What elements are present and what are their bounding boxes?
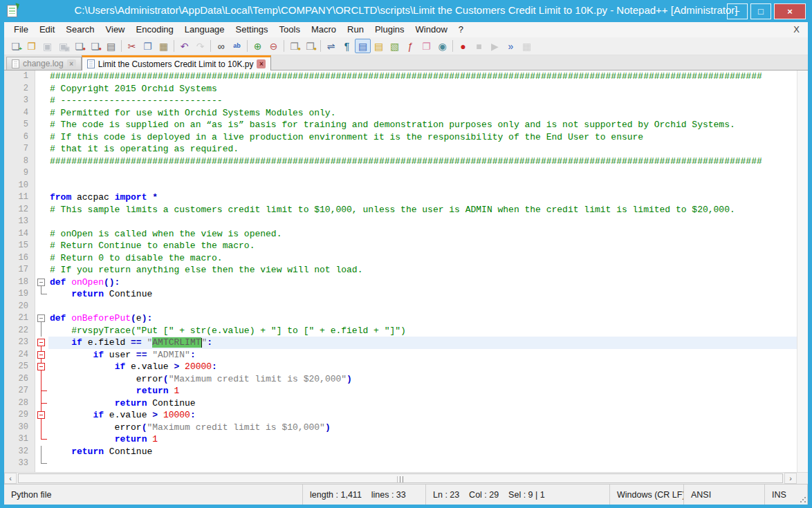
tab-close-icon[interactable]: ×: [257, 59, 266, 68]
code-text[interactable]: # This sample limits a customers credit …: [48, 204, 797, 216]
status-doc-size[interactable]: length : 1,411 lines : 33: [303, 485, 426, 505]
undo-button[interactable]: ↶: [176, 39, 192, 53]
code-text[interactable]: ########################################…: [48, 156, 797, 168]
code-text[interactable]: error("Maximum credit limit is $20,000"): [48, 373, 797, 386]
copy-button[interactable]: ❐: [140, 39, 156, 53]
code-text[interactable]: # If you return anything else then the v…: [48, 264, 797, 276]
menu-help[interactable]: ?: [453, 22, 469, 37]
save-file-button[interactable]: ▣: [39, 39, 55, 53]
sync-vertical-scrolling-button[interactable]: ❐●: [286, 39, 302, 53]
code-text[interactable]: [48, 216, 797, 228]
close-button[interactable]: ×: [774, 3, 806, 19]
code-text[interactable]: # Return Continue to enable the macro.: [48, 240, 797, 252]
tab-limit-the-customers-credit-limit-to-10k-py[interactable]: Limit the Customers Credit Limit to 10K.…: [82, 55, 272, 70]
code-text[interactable]: [48, 167, 797, 180]
tab-close-icon[interactable]: ×: [67, 59, 76, 68]
code-text[interactable]: # The code is supplied on an “as is” bas…: [48, 119, 797, 131]
code-text[interactable]: from accpac import *: [48, 191, 797, 204]
menu-view[interactable]: View: [100, 22, 131, 37]
status-eol-format[interactable]: Windows (CR LF): [610, 485, 684, 505]
save-all-button[interactable]: ▣▣: [55, 39, 71, 53]
sync-horizontal-scrolling-button[interactable]: ❐●: [302, 39, 318, 53]
fold-margin-cell[interactable]: [35, 361, 48, 373]
menu-window[interactable]: Window: [410, 22, 453, 37]
monitoring-button[interactable]: ◉: [434, 39, 450, 53]
menu-language[interactable]: Language: [179, 22, 230, 37]
code-text[interactable]: return 1: [48, 433, 797, 446]
minimize-button[interactable]: −: [727, 3, 748, 19]
run-macro-multiple-times-button[interactable]: »: [503, 39, 519, 53]
stop-recording-button[interactable]: ■: [471, 39, 487, 53]
start-recording-button[interactable]: ●: [455, 39, 471, 53]
replace-button[interactable]: ab: [229, 39, 245, 53]
zoom-out-button[interactable]: ⊖: [266, 39, 282, 53]
find-button[interactable]: ∞: [213, 39, 229, 53]
status-doc-type[interactable]: Python file: [4, 485, 303, 505]
code-text[interactable]: # Copyright 2015 Orchid Systems: [48, 83, 797, 95]
maximize-button[interactable]: □: [750, 3, 771, 19]
menu-macro[interactable]: Macro: [306, 22, 342, 37]
code-text[interactable]: if e.value > 10000:: [48, 409, 797, 422]
code-text[interactable]: if user == "ADMIN":: [48, 349, 797, 361]
status-cursor-position[interactable]: Ln : 23 Col : 29 Sel : 9 | 1: [426, 485, 610, 505]
scroll-right-arrow[interactable]: ›: [784, 473, 797, 484]
code-text[interactable]: return 1: [48, 385, 797, 397]
scroll-left-arrow[interactable]: ‹: [4, 473, 17, 484]
menu-plugins[interactable]: Plugins: [369, 22, 410, 37]
zoom-in-button[interactable]: ⊕: [250, 39, 266, 53]
code-text[interactable]: return Continue: [48, 288, 797, 301]
code-text[interactable]: if e.field == "AMTCRLIMT":: [48, 337, 797, 349]
code-text[interactable]: error("Maximum credit limit is $10,000"): [48, 422, 797, 434]
paste-button[interactable]: ▦: [156, 39, 172, 53]
resize-grip[interactable]: [800, 496, 806, 503]
code-text[interactable]: return Continue: [48, 397, 797, 410]
tab-change-log[interactable]: change.log×: [6, 57, 82, 70]
fold-margin-cell[interactable]: [35, 409, 48, 422]
close-file-button[interactable]: ❏●: [71, 39, 87, 53]
fold-margin-cell[interactable]: [35, 276, 48, 289]
show-indent-guide-button[interactable]: ▤: [355, 39, 371, 53]
menu-file[interactable]: File: [8, 22, 34, 37]
menu-encoding[interactable]: Encoding: [131, 22, 179, 37]
status-encoding[interactable]: ANSI: [684, 485, 765, 505]
code-text[interactable]: [48, 180, 797, 192]
code-text[interactable]: ########################################…: [48, 70, 797, 83]
menu-settings[interactable]: Settings: [230, 22, 274, 37]
menu-search[interactable]: Search: [60, 22, 100, 37]
document-map-button[interactable]: ▧: [387, 39, 403, 53]
fold-margin-cell[interactable]: [35, 312, 48, 325]
code-text[interactable]: [48, 458, 797, 470]
folder-as-workspace-button[interactable]: ❐: [418, 39, 434, 53]
fold-margin-cell[interactable]: [35, 337, 48, 349]
code-text[interactable]: def onOpen():: [48, 276, 797, 289]
code-text[interactable]: # Return 0 to disable the macro.: [48, 252, 797, 265]
scroll-track[interactable]: [17, 473, 784, 484]
function-list-button[interactable]: ▤: [371, 39, 387, 53]
code-text[interactable]: # ------------------------------: [48, 95, 797, 107]
new-file-button[interactable]: ❏+: [8, 39, 24, 53]
doc-switcher-button[interactable]: ƒ: [403, 39, 418, 53]
code-text[interactable]: if e.value > 20000:: [48, 361, 797, 373]
menu-edit[interactable]: Edit: [34, 22, 60, 37]
cut-button[interactable]: ✂: [124, 39, 140, 53]
fold-margin-cell[interactable]: [35, 349, 48, 361]
vertical-scrollbar[interactable]: [797, 70, 808, 472]
save-recorded-macro-button[interactable]: ▦: [519, 39, 535, 53]
scroll-thumb[interactable]: [18, 473, 783, 483]
print-button[interactable]: ▤: [103, 39, 119, 53]
close-all-files-button[interactable]: ❏●: [87, 39, 103, 53]
code-text[interactable]: return Continue: [48, 446, 797, 458]
open-file-button[interactable]: ❐: [24, 39, 39, 53]
word-wrap-button[interactable]: ⇌: [323, 39, 339, 53]
code-text[interactable]: #rvspyTrace("Put [" + str(e.value) + "] …: [48, 325, 797, 337]
code-text[interactable]: def onBeforePut(e):: [48, 312, 797, 325]
redo-button[interactable]: ↷: [192, 39, 208, 53]
menu-tools[interactable]: Tools: [274, 22, 306, 37]
code-text[interactable]: # If this code is deployed in a live pro…: [48, 131, 797, 144]
code-text[interactable]: [48, 301, 797, 313]
code-text[interactable]: # that it is operating as required.: [48, 143, 797, 156]
show-all-characters-button[interactable]: ¶: [339, 39, 355, 53]
menu-run[interactable]: Run: [342, 22, 369, 37]
playback-macro-button[interactable]: ▶: [487, 39, 503, 53]
code-text[interactable]: # Permitted for use with Orchid Systems …: [48, 107, 797, 120]
